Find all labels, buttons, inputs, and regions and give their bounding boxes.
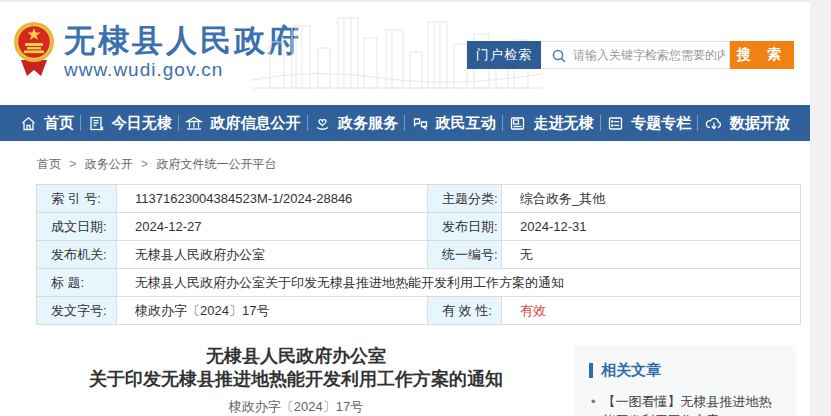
nav-label: 政务服务 [338, 114, 398, 133]
document-title-line2: 关于印发无棣县推进地热能开发利用工作方案的通知 [36, 368, 556, 391]
meta-value-publish-date: 2024-12-31 [502, 213, 801, 241]
portal-search-button[interactable]: 门户检索 [467, 41, 541, 69]
meta-value-validity: 有效 [502, 297, 801, 325]
meta-label-written-date: 成文日期: [37, 213, 117, 241]
related-articles-panel: 相关文章 • 【一图看懂】无棣县推进地热能开发利用工作方案 [575, 345, 796, 416]
document-number: 棣政办字〔2024〕17号 [36, 398, 556, 416]
related-articles-header: 相关文章 [589, 361, 782, 380]
nav-separator [307, 115, 308, 131]
nav-item-gov-info[interactable]: 政府信息公开 [185, 114, 300, 133]
list-icon [607, 115, 624, 132]
breadcrumb-home[interactable]: 首页 [37, 157, 61, 171]
nav-separator [178, 115, 179, 131]
breadcrumb-gov-open[interactable]: 政务公开 [85, 157, 133, 171]
document-meta-table: 索 引 号: 11371623004384523M-1/2024-28846 主… [36, 184, 801, 325]
table-row: 发文字号: 棣政办字〔2024〕17号 有 效 性: 有效 [37, 297, 801, 325]
meta-label-doc-number: 发文字号: [37, 297, 117, 325]
nav-separator [502, 115, 503, 131]
search-box [543, 41, 730, 69]
meta-value-written-date: 2024-12-27 [117, 213, 428, 241]
meta-value-issuer: 无棣县人民政府办公室 [117, 241, 428, 269]
breadcrumb-current: 政府文件统一公开平台 [156, 157, 276, 171]
search-input[interactable] [543, 42, 729, 68]
related-article-text: 【一图看懂】无棣县推进地热能开发利用工作方案 [603, 392, 782, 416]
breadcrumb: 首页 > 政务公开 > 政府文件统一公开平台 [0, 141, 810, 184]
breadcrumb-separator: > [69, 157, 76, 171]
nav-label: 专题专栏 [631, 114, 691, 133]
site-header: 无棣县人民政府 www.wudi.gov.cn 门户检索 [0, 0, 810, 105]
bank-icon [185, 115, 203, 132]
nav-separator [80, 115, 81, 131]
breadcrumb-separator: > [141, 157, 148, 171]
nav-label: 首页 [44, 114, 74, 133]
search-icon [551, 48, 567, 64]
nav-item-home[interactable]: 首页 [20, 114, 74, 133]
nav-separator [404, 115, 405, 131]
heart-hand-icon [314, 115, 331, 132]
meta-value-category: 综合政务_其他 [502, 185, 801, 213]
table-row: 发布机关: 无棣县人民政府办公室 统一编号: 无 [37, 241, 801, 269]
meta-label-issuer: 发布机关: [37, 241, 117, 269]
nav-label: 今日无棣 [112, 114, 172, 133]
nav-label: 数据开放 [730, 114, 790, 133]
nav-separator [600, 115, 601, 131]
nav-label: 走进无棣 [533, 114, 593, 133]
document-title-line1: 无棣县人民政府办公室 [36, 345, 556, 368]
news-icon [88, 115, 105, 132]
nav-label: 政府信息公开 [210, 114, 300, 133]
nav-item-open-data[interactable]: 数据开放 [705, 114, 790, 133]
related-articles-title: 相关文章 [601, 361, 661, 380]
nav-item-about[interactable]: 走进无棣 [509, 114, 593, 133]
content-area: 无棣县人民政府办公室 关于印发无棣县推进地热能开发利用工作方案的通知 棣政办字〔… [36, 345, 810, 416]
photo-icon [509, 115, 526, 132]
accent-bar [589, 363, 593, 378]
meta-value-doc-number: 棣政办字〔2024〕17号 [117, 297, 428, 325]
nav-item-today[interactable]: 今日无棣 [88, 114, 172, 133]
related-article-link[interactable]: • 【一图看懂】无棣县推进地热能开发利用工作方案 [591, 392, 782, 416]
nav-item-topics[interactable]: 专题专栏 [607, 114, 691, 133]
meta-value-unified-number: 无 [502, 241, 801, 269]
home-icon [20, 115, 37, 132]
search-submit-button[interactable]: 搜 索 [730, 41, 794, 69]
meta-value-index: 11371623004384523M-1/2024-28846 [117, 185, 428, 213]
meta-value-title: 无棣县人民政府办公室关于印发无棣县推进地热能开发利用工作方案的通知 [117, 269, 801, 297]
meta-label-publish-date: 发布日期: [428, 213, 502, 241]
nav-label: 政民互动 [436, 114, 496, 133]
meta-label-unified-number: 统一编号: [428, 241, 502, 269]
page-container: 无棣县人民政府 www.wudi.gov.cn 门户检索 [0, 0, 810, 416]
table-row: 成文日期: 2024-12-27 发布日期: 2024-12-31 [37, 213, 801, 241]
nav-item-interaction[interactable]: 政民互动 [412, 114, 496, 133]
national-emblem-logo [13, 20, 55, 78]
search-area: 门户检索 搜 索 [467, 41, 794, 69]
table-row: 标 题: 无棣县人民政府办公室关于印发无棣县推进地热能开发利用工作方案的通知 [37, 269, 801, 297]
table-row: 索 引 号: 11371623004384523M-1/2024-28846 主… [37, 185, 801, 213]
main-navigation: 首页 今日无棣 政府信息公开 政务服务 [0, 105, 810, 141]
meta-label-category: 主题分类: [428, 185, 502, 213]
document-title-block: 无棣县人民政府办公室 关于印发无棣县推进地热能开发利用工作方案的通知 棣政办字〔… [36, 345, 556, 416]
related-articles-list: • 【一图看懂】无棣县推进地热能开发利用工作方案 [591, 392, 782, 416]
bullet-icon: • [591, 392, 596, 416]
meta-label-title: 标 题: [37, 269, 117, 297]
meta-label-index: 索 引 号: [37, 185, 117, 213]
meta-label-validity: 有 效 性: [428, 297, 502, 325]
chat-icon [412, 115, 429, 132]
cloud-download-icon [705, 115, 723, 132]
nav-separator [697, 115, 698, 131]
nav-item-services[interactable]: 政务服务 [314, 114, 398, 133]
